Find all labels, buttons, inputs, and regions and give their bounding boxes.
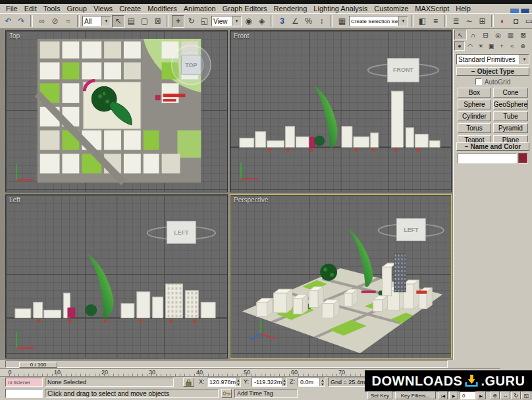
viewcube-front[interactable]: FRONT <box>368 59 439 82</box>
goto-start-button[interactable]: |◀ <box>439 391 448 399</box>
viewport-left[interactable]: Left <box>5 194 228 358</box>
viewcube-perspective[interactable]: LEFT <box>379 219 444 241</box>
y-spinner[interactable] <box>282 378 286 386</box>
z-spinner[interactable] <box>319 378 325 386</box>
systems-category-icon[interactable]: ⊛ <box>518 41 528 51</box>
link-icon[interactable]: ∞ <box>36 15 48 28</box>
snap-toggle-3d-icon[interactable]: 3 <box>276 15 288 28</box>
material-editor-icon[interactable]: ◐ <box>496 15 509 28</box>
edit-named-sets-icon[interactable]: ▦ <box>336 15 348 28</box>
object-color-swatch[interactable] <box>518 153 528 163</box>
set-key-button[interactable]: Set Key <box>367 391 392 399</box>
viewport-perspective[interactable]: Perspective <box>230 194 452 358</box>
menu-animation[interactable]: Animation <box>180 5 219 13</box>
x-spinner[interactable] <box>236 378 240 386</box>
chevron-down-icon[interactable]: ▼ <box>232 16 241 26</box>
helpers-category-icon[interactable]: + <box>496 41 507 51</box>
redo-icon[interactable]: ↷ <box>15 15 28 28</box>
lights-category-icon[interactable]: ☀ <box>475 41 486 51</box>
cylinder-button[interactable]: Cylinder <box>458 111 491 121</box>
reference-coordinate-combo[interactable]: View ▼ <box>211 16 242 26</box>
menu-help[interactable]: Help <box>452 5 474 13</box>
chevron-down-icon[interactable]: ▼ <box>398 16 408 26</box>
menu-rendering[interactable]: Rendering <box>271 5 311 13</box>
menu-file[interactable]: File <box>3 5 21 13</box>
zoom-viewport-button[interactable]: ⊕ <box>490 391 500 399</box>
percent-snap-icon[interactable]: % <box>302 15 315 28</box>
undo-icon[interactable]: ↶ <box>2 15 14 28</box>
hierarchy-tab-icon[interactable]: ⊟ <box>479 30 492 40</box>
cone-button[interactable]: Cone <box>493 88 528 98</box>
arc-rotate-button[interactable]: ↻ <box>511 391 521 399</box>
viewport-perspective-label[interactable]: Perspective <box>234 196 268 204</box>
tube-button[interactable]: Tube <box>493 111 528 121</box>
geometry-type-combo[interactable]: Standard Primitives ▼ <box>456 54 529 65</box>
menu-lighting-analysis[interactable]: Lighting Analysis <box>310 5 371 13</box>
add-time-tag[interactable]: Add Time Tag <box>234 389 298 398</box>
display-tab-icon[interactable]: ▥ <box>504 30 517 40</box>
y-coordinate-field[interactable]: -119.322m <box>252 378 287 387</box>
selection-filter-combo[interactable]: All ▼ <box>82 16 111 26</box>
cameras-category-icon[interactable]: ▣ <box>486 41 496 51</box>
lock-selection-button[interactable] <box>183 378 194 387</box>
viewport-top[interactable]: Top <box>5 30 228 192</box>
x-coordinate-field[interactable]: 120.978m <box>207 378 241 387</box>
autogrid-checkbox[interactable] <box>475 78 482 85</box>
mirror-icon[interactable]: ◧ <box>416 15 429 28</box>
viewcube-left[interactable]: LEFT <box>147 221 215 244</box>
chevron-down-icon[interactable]: ▼ <box>519 55 529 64</box>
menu-modifiers[interactable]: Modifiers <box>144 5 180 13</box>
object-name-input[interactable] <box>458 153 517 163</box>
maximize-viewport-button[interactable]: ◱ <box>521 391 531 399</box>
select-rotate-icon[interactable]: ↻ <box>185 15 198 28</box>
menu-group[interactable]: Group <box>63 5 90 13</box>
layer-manager-icon[interactable]: ≣ <box>450 15 462 28</box>
goto-end-button[interactable]: ▶| <box>477 391 486 399</box>
pyramid-button[interactable]: Pyramid <box>493 123 528 133</box>
select-scale-icon[interactable]: ◱ <box>198 15 211 28</box>
bind-spacewarp-icon[interactable]: ≈ <box>62 15 74 28</box>
shapes-category-icon[interactable]: ◠ <box>465 41 475 51</box>
menu-maxscript[interactable]: MAXScript <box>412 5 452 13</box>
pan-viewport-button[interactable]: ↔ <box>500 391 510 399</box>
chevron-down-icon[interactable]: ▼ <box>101 16 111 26</box>
geometry-category-icon[interactable]: ● <box>454 41 465 51</box>
viewcube-top[interactable]: TOP <box>172 45 211 85</box>
torus-button[interactable]: Torus <box>458 123 491 133</box>
geosphere-button[interactable]: GeoSphere <box>493 100 528 109</box>
viewport-front[interactable]: Front <box>230 30 452 192</box>
angle-snap-icon[interactable]: ∠ <box>289 15 302 28</box>
viewport-left-label[interactable]: Left <box>9 196 20 204</box>
modify-tab-icon[interactable]: ∩ <box>467 30 479 40</box>
rollout-name-color[interactable]: − Name and Color <box>456 142 529 151</box>
current-frame-field[interactable]: 0 <box>460 391 475 399</box>
play-button[interactable]: ▶ <box>449 391 458 399</box>
spinner-snap-icon[interactable]: ↕ <box>315 15 328 28</box>
sphere-button[interactable]: Sphere <box>458 100 491 109</box>
time-tag-key-button[interactable] <box>221 389 232 398</box>
menu-edit[interactable]: Edit <box>21 5 40 13</box>
menu-customize[interactable]: Customize <box>371 5 412 13</box>
rect-selection-region-icon[interactable]: ▢ <box>138 15 151 28</box>
menu-views[interactable]: Views <box>90 5 116 13</box>
align-icon[interactable]: ≡ <box>429 15 442 28</box>
curve-editor-icon[interactable]: ∼ <box>463 15 475 28</box>
mini-listener-white[interactable] <box>5 389 43 398</box>
use-pivot-center-icon[interactable]: ◉ <box>242 15 255 28</box>
select-manipulate-icon[interactable]: ◈ <box>255 15 268 28</box>
key-filters-button[interactable]: Key Filters... <box>395 391 436 399</box>
z-coordinate-field[interactable]: 0.0m <box>298 378 325 387</box>
render-setup-icon[interactable]: ◘ <box>510 15 522 28</box>
select-move-icon[interactable]: + <box>172 15 184 28</box>
rollout-object-type[interactable]: − Object Type <box>456 67 529 76</box>
window-crossing-icon[interactable]: ⊠ <box>151 15 164 28</box>
select-object-icon[interactable]: ↖ <box>112 15 124 28</box>
named-selection-set-combo[interactable]: Create Selection Set ▼ <box>349 16 408 26</box>
schematic-view-icon[interactable]: ⊞ <box>476 15 489 28</box>
time-slider-track[interactable]: 0 / 100 <box>5 360 448 368</box>
spacewarps-category-icon[interactable]: ≈ <box>507 41 518 51</box>
unlink-icon[interactable]: ⊘ <box>49 15 61 28</box>
maxscript-mini-listener[interactable]: ni listener <box>5 378 43 387</box>
menu-graph-editors[interactable]: Graph Editors <box>219 5 271 13</box>
rendered-frame-window-icon[interactable]: ▭ <box>523 15 532 28</box>
